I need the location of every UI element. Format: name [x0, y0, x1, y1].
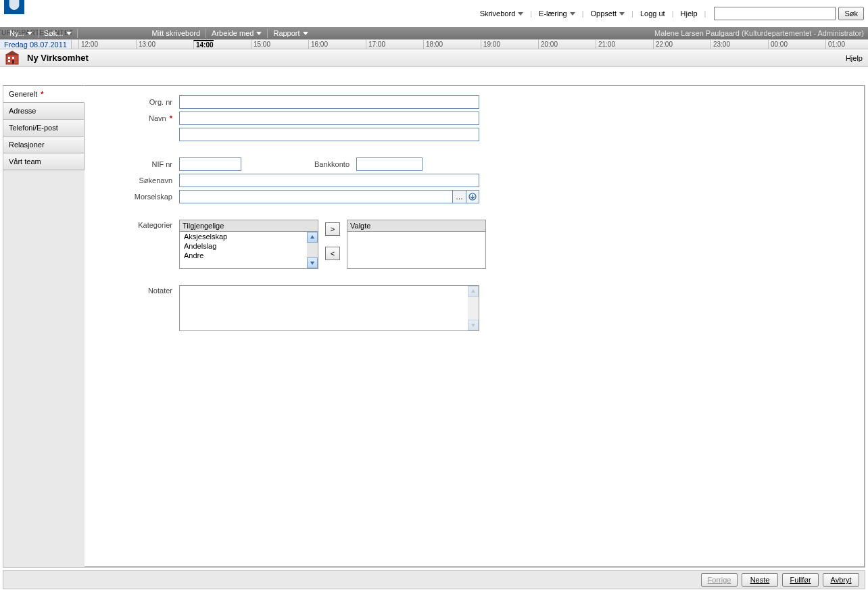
- menubar: Ny... Søk... Mitt skrivebord Arbeide med…: [0, 27, 868, 39]
- lookup-morselskap: …: [179, 190, 479, 203]
- label-nif-nr: NIF nr: [98, 160, 179, 168]
- chevron-down-icon: [66, 32, 72, 35]
- timeline-hours[interactable]: 12:0013:0014:0015:0016:0017:0018:0019:00…: [72, 40, 868, 49]
- timeline-hour[interactable]: 12:00: [78, 40, 98, 49]
- timeline-hour[interactable]: 00:00: [768, 40, 788, 49]
- nav-separator: |: [669, 9, 677, 18]
- notes-textarea[interactable]: [179, 285, 479, 331]
- label-org-nr: Org. nr: [98, 98, 179, 106]
- topnav-loggut[interactable]: Logg ut: [636, 7, 669, 20]
- timeline-date[interactable]: Fredag 08.07.2011: [0, 40, 72, 49]
- form-panel: Org. nr Navn * NIF nr Bankkonto: [85, 85, 865, 567]
- label-bankkonto: Bankkonto: [241, 160, 356, 168]
- mover-buttons: > <: [318, 220, 347, 263]
- svg-rect-1: [8, 57, 10, 59]
- topnav-loggut-label: Logg ut: [640, 9, 665, 18]
- selected-list-body[interactable]: [347, 232, 485, 268]
- timeline-hour[interactable]: 14:00: [193, 40, 214, 49]
- input-navn[interactable]: [179, 112, 479, 125]
- scroll-down-button[interactable]: [307, 257, 318, 268]
- label-notater: Notater: [98, 285, 179, 295]
- chevron-up-icon: [471, 289, 476, 294]
- timeline-hour[interactable]: 01:00: [825, 40, 845, 49]
- label-navn: Navn *: [98, 114, 179, 122]
- lookup-browse-button[interactable]: …: [452, 190, 466, 203]
- menu-mitt-skrivebord[interactable]: Mitt skrivebord: [78, 29, 206, 37]
- sidebar-telefoni-label: Telefoni/E-post: [9, 124, 58, 132]
- nav-separator: |: [579, 9, 587, 18]
- available-listbox: Tilgjengelige AksjeselskapAndelslagAndre: [179, 220, 318, 269]
- scroll-up-button[interactable]: [307, 232, 318, 243]
- timeline[interactable]: Fredag 08.07.2011 12:0013:0014:0015:0016…: [0, 39, 868, 49]
- wizard-next-button[interactable]: Neste: [742, 573, 778, 587]
- nav-separator: |: [629, 9, 636, 18]
- available-list-body[interactable]: AksjeselskapAndelslagAndre: [180, 232, 318, 268]
- timeline-hour[interactable]: 18:00: [423, 40, 443, 49]
- menu-rapport[interactable]: Rapport: [268, 29, 313, 37]
- global-search: Søk: [714, 7, 864, 20]
- nav-separator: |: [527, 9, 535, 18]
- scrollbar[interactable]: [307, 232, 318, 268]
- list-item[interactable]: Andelslag: [180, 241, 318, 251]
- timeline-hour[interactable]: 19:00: [481, 40, 500, 49]
- timeline-hour[interactable]: 13:00: [136, 40, 155, 49]
- sidebar-tab-generelt[interactable]: Generelt *: [3, 85, 85, 103]
- input-sokenavn[interactable]: [179, 174, 479, 187]
- timeline-hour[interactable]: 21:00: [596, 40, 615, 49]
- input-org-nr[interactable]: [179, 95, 479, 109]
- menu-arbeide-med[interactable]: Arbeide med: [206, 29, 267, 37]
- global-search-button[interactable]: Søk: [838, 7, 864, 20]
- global-search-input[interactable]: [714, 7, 836, 20]
- wizard-finish-button[interactable]: Fullfør: [782, 573, 819, 587]
- sidebar-tab-team[interactable]: Vårt team: [3, 153, 85, 170]
- menu-rapport-label: Rapport: [273, 29, 299, 37]
- categories-dual-list: Tilgjengelige AksjeselskapAndelslagAndre: [179, 220, 486, 269]
- ellipsis-icon: …: [456, 193, 463, 201]
- topnav-oppsett[interactable]: Oppsett: [587, 7, 629, 20]
- wizard-cancel-button[interactable]: Avbryt: [823, 573, 859, 587]
- top-nav: Skrivebord | E-læring | Oppsett | Logg u…: [476, 7, 864, 20]
- topnav-skrivebord[interactable]: Skrivebord: [476, 7, 528, 20]
- available-header: Tilgjengelige: [180, 220, 318, 232]
- sidebar-tab-relasjoner[interactable]: Relasjoner: [3, 137, 85, 153]
- chevron-up-icon: [310, 235, 315, 240]
- svg-marker-10: [471, 324, 475, 327]
- lookup-link-button[interactable]: [466, 190, 479, 203]
- wizard-finish-label: Fullfør: [790, 576, 811, 584]
- wizard-previous-button[interactable]: Forrige: [701, 573, 738, 587]
- topnav-elaering[interactable]: E-læring: [535, 7, 579, 20]
- chevron-down-icon: [518, 12, 523, 16]
- main-area: Generelt * Adresse Telefoni/E-post Relas…: [3, 85, 865, 568]
- move-left-button[interactable]: <: [325, 247, 340, 260]
- scroll-up-button[interactable]: [468, 286, 479, 297]
- top-bar: KULTURDEPARTEMENTET Skrivebord | E-lærin…: [0, 0, 868, 27]
- user-context: Malene Larsen Paulgaard (Kulturdeparteme…: [654, 29, 864, 37]
- timeline-hour[interactable]: 17:00: [366, 40, 385, 49]
- menu-ny[interactable]: Ny...: [4, 29, 38, 37]
- input-navn-line2[interactable]: [179, 128, 479, 141]
- timeline-hour[interactable]: 20:00: [538, 40, 558, 49]
- svg-marker-7: [310, 235, 314, 239]
- input-bankkonto[interactable]: [356, 157, 423, 171]
- page-help-link[interactable]: Hjelp: [846, 54, 863, 62]
- page-title-bar: Ny Virksomhet Hjelp: [0, 49, 868, 67]
- list-item[interactable]: Andre: [180, 251, 318, 260]
- sidebar-tab-telefoni[interactable]: Telefoni/E-post: [3, 120, 85, 137]
- input-morselskap[interactable]: [179, 190, 452, 203]
- svg-rect-2: [12, 57, 14, 59]
- scroll-down-button[interactable]: [468, 320, 479, 330]
- chevron-down-icon: [256, 32, 262, 35]
- menu-mitt-label: Mitt skrivebord: [152, 29, 201, 37]
- timeline-hour[interactable]: 22:00: [653, 40, 673, 49]
- chevron-down-icon: [570, 12, 575, 16]
- timeline-hour[interactable]: 15:00: [251, 40, 270, 49]
- timeline-hour[interactable]: 16:00: [308, 40, 328, 49]
- menu-sok[interactable]: Søk...: [39, 29, 77, 37]
- input-nif-nr[interactable]: [179, 157, 241, 171]
- list-item[interactable]: Aksjeselskap: [180, 232, 318, 241]
- scrollbar[interactable]: [468, 286, 479, 330]
- timeline-hour[interactable]: 23:00: [710, 40, 730, 49]
- topnav-hjelp[interactable]: Hjelp: [677, 7, 702, 20]
- sidebar-tab-adresse[interactable]: Adresse: [3, 103, 85, 120]
- move-right-button[interactable]: >: [325, 222, 340, 236]
